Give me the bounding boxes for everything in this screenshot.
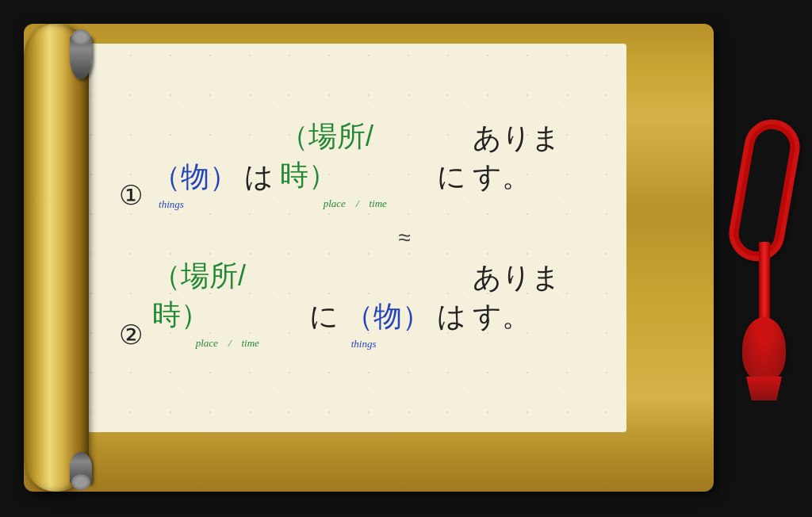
sentence2-mono-label: things (351, 338, 377, 350)
sentence1-place-label: place / time (324, 197, 387, 211)
sentence2-place: （場所/ 時） (152, 257, 303, 335)
sentence1-mono-label: things (159, 198, 184, 211)
sentence2-block: ② （場所/ 時） place / time に （物） things は あり… (119, 257, 595, 350)
scroll-content: ① （物） things は （場所/ 時） place / time に あり… (87, 44, 626, 432)
sentence1-ni: に (437, 158, 466, 197)
sentence2-number: ② (119, 319, 143, 350)
pin-top (70, 36, 92, 79)
scene: ① （物） things は （場所/ 時） place / time に あり… (0, 0, 812, 517)
scroll-rod-left (24, 24, 89, 492)
ribbon-container (729, 119, 800, 389)
sentence1-line: ① （物） things は （場所/ 時） place / time に あり… (119, 117, 595, 211)
sentence1-block: ① （物） things は （場所/ 時） place / time に あり… (119, 117, 595, 211)
sentence1-mono-group: （物） things (152, 158, 238, 211)
sentence1-mono: （物） (152, 158, 238, 197)
pin-bottom (70, 452, 92, 484)
sentence1-place-group: （場所/ 時） place / time (280, 117, 431, 211)
sentence2-place-label: place / time (196, 336, 259, 350)
sentence2-place-group: （場所/ 時） place / time (152, 257, 303, 350)
sentence2-arimasu: あります。 (473, 258, 595, 336)
sentence2-ni: に (309, 297, 339, 336)
sentence1-number: ① (119, 179, 143, 211)
approx-symbol: ≈ (214, 225, 595, 251)
sentence1-place: （場所/ 時） (280, 117, 431, 195)
sentence2-mono-group: （物） things (345, 297, 431, 350)
sentence2-line: ② （場所/ 時） place / time に （物） things は あり… (119, 257, 595, 350)
sentence1-arimasu: あります。 (473, 119, 595, 197)
sentence2-mono: （物） (345, 297, 431, 336)
ribbon-cord (759, 242, 770, 321)
sentence1-ha: は (244, 158, 274, 197)
sentence2-ha: は (437, 297, 466, 336)
ribbon-tassel (742, 317, 786, 381)
